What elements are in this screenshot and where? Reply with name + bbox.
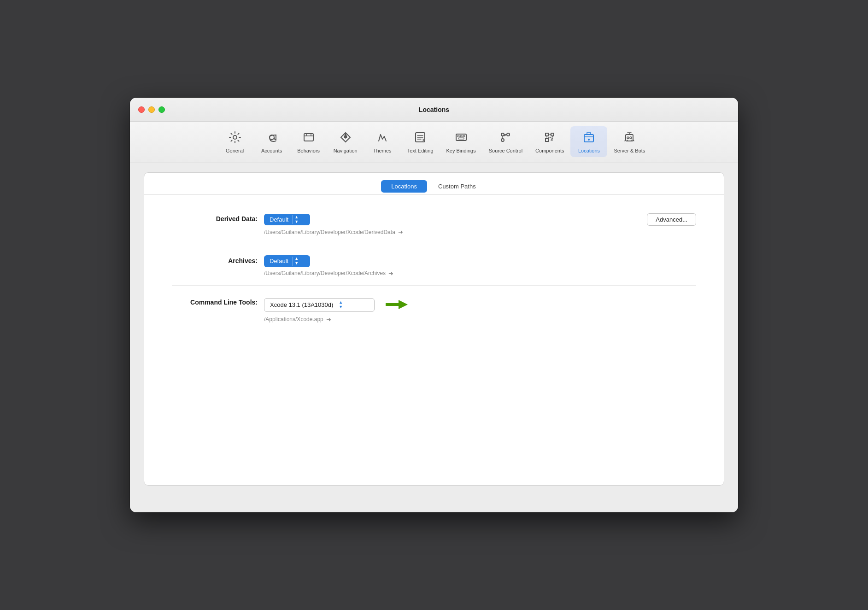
server-bots-icon: [621, 129, 638, 146]
derived-data-arrows: ▲ ▼: [292, 215, 300, 224]
key-bindings-label: Key Bindings: [446, 148, 476, 153]
derived-data-field-row: Default ▲ ▼ Advanced...: [264, 213, 696, 226]
toolbar-item-general[interactable]: General: [217, 126, 253, 157]
locations-icon: [581, 129, 597, 146]
archives-path-arrow[interactable]: ➜: [388, 270, 393, 277]
archives-field-group: Default ▲ ▼ /Users/Guilane/Library/Devel…: [264, 255, 696, 277]
themes-label: Themes: [373, 148, 392, 153]
panel: Locations Custom Paths Derived Data: Def…: [144, 172, 724, 486]
svg-rect-8: [457, 135, 459, 137]
svg-point-14: [501, 139, 504, 141]
traffic-lights: [138, 106, 165, 113]
tab-bar: Locations Custom Paths: [144, 173, 724, 195]
archives-select[interactable]: Default ▲ ▼: [264, 255, 310, 267]
svg-rect-10: [463, 135, 465, 137]
svg-marker-20: [399, 300, 408, 309]
locations-label: Locations: [578, 148, 600, 153]
general-label: General: [226, 148, 244, 153]
toolbar-item-behaviors[interactable]: Behaviors: [290, 126, 327, 157]
svg-rect-11: [458, 138, 464, 139]
divider-1: [172, 244, 696, 244]
components-label: Components: [535, 148, 564, 153]
derived-data-field-group: Default ▲ ▼ Advanced... /Users/Guilane/L…: [264, 213, 696, 235]
divider-2: [172, 285, 696, 286]
toolbar-item-source-control[interactable]: Source Control: [482, 126, 529, 157]
command-line-tools-row: Command Line Tools: Xcode 13.1 (13A1030d…: [172, 297, 696, 323]
behaviors-icon: [300, 129, 317, 146]
behaviors-label: Behaviors: [297, 148, 320, 153]
command-line-tools-field-group: Xcode 13.1 (13A1030d) ▲ ▼: [264, 297, 696, 323]
derived-data-path-arrow[interactable]: ➜: [398, 229, 403, 235]
navigation-label: Navigation: [334, 148, 358, 153]
archives-arrows: ▲ ▼: [292, 257, 300, 266]
command-line-tools-path: /Applications/Xcode.app ➜: [264, 316, 696, 323]
tab-custom-paths[interactable]: Custom Paths: [427, 179, 487, 194]
toolbar-item-key-bindings[interactable]: Key Bindings: [440, 126, 482, 157]
tab-locations[interactable]: Locations: [381, 180, 427, 193]
command-line-tools-label: Command Line Tools:: [172, 297, 264, 306]
svg-point-0: [233, 135, 237, 139]
minimize-button[interactable]: [148, 106, 155, 113]
archives-row: Archives: Default ▲ ▼: [172, 255, 696, 277]
gear-icon: [227, 129, 243, 146]
advanced-button[interactable]: Advanced...: [647, 213, 696, 226]
text-editing-label: Text Editing: [407, 148, 434, 153]
svg-point-19: [630, 137, 632, 139]
components-icon: [541, 129, 558, 146]
key-bindings-icon: [453, 129, 469, 146]
archives-label: Archives:: [172, 255, 264, 264]
svg-point-16: [588, 139, 590, 141]
toolbar-item-locations[interactable]: Locations: [570, 126, 607, 157]
text-editing-icon: [412, 129, 428, 146]
green-arrow-indicator: [386, 297, 408, 314]
toolbar-item-accounts[interactable]: Accounts: [253, 126, 290, 157]
maximize-button[interactable]: [158, 106, 165, 113]
source-control-icon: [497, 129, 514, 146]
server-bots-label: Server & Bots: [614, 148, 645, 153]
svg-point-13: [507, 133, 510, 136]
svg-rect-2: [304, 134, 313, 141]
derived-data-select[interactable]: Default ▲ ▼: [264, 214, 310, 226]
command-line-tools-path-arrow[interactable]: ➜: [326, 316, 331, 323]
main-window: Locations General Accounts: [130, 98, 738, 512]
navigation-icon: [337, 129, 354, 146]
derived-data-path: /Users/Guilane/Library/Developer/Xcode/D…: [264, 229, 696, 235]
svg-point-18: [627, 137, 629, 139]
source-control-label: Source Control: [489, 148, 522, 153]
command-line-tools-field-row: Xcode 13.1 (13A1030d) ▲ ▼: [264, 297, 696, 313]
toolbar-item-themes[interactable]: Themes: [364, 126, 401, 157]
toolbar-item-navigation[interactable]: Navigation: [327, 126, 364, 157]
svg-rect-15: [584, 135, 593, 142]
accounts-label: Accounts: [261, 148, 282, 153]
command-line-tools-arrows: ▲ ▼: [337, 300, 345, 310]
derived-data-row: Derived Data: Default ▲ ▼ Advanced...: [172, 213, 696, 235]
titlebar: Locations: [130, 98, 738, 122]
themes-icon: [374, 129, 391, 146]
svg-rect-7: [456, 134, 466, 141]
archives-path: /Users/Guilane/Library/Developer/Xcode/A…: [264, 270, 696, 277]
toolbar: General Accounts Behaviors: [130, 122, 738, 163]
svg-rect-9: [460, 135, 462, 137]
toolbar-item-components[interactable]: Components: [529, 126, 570, 157]
content-area: Locations Custom Paths Derived Data: Def…: [130, 163, 738, 512]
svg-point-12: [501, 133, 504, 136]
close-button[interactable]: [138, 106, 145, 113]
panel-content: Derived Data: Default ▲ ▼ Advanced...: [144, 195, 724, 346]
at-icon: [264, 129, 280, 146]
toolbar-item-server-bots[interactable]: Server & Bots: [607, 126, 651, 157]
archives-field-row: Default ▲ ▼: [264, 255, 696, 267]
command-line-tools-select[interactable]: Xcode 13.1 (13A1030d) ▲ ▼: [264, 298, 375, 312]
window-title: Locations: [419, 106, 449, 113]
toolbar-item-text-editing[interactable]: Text Editing: [401, 126, 440, 157]
svg-rect-21: [386, 303, 399, 306]
derived-data-label: Derived Data:: [172, 213, 264, 223]
